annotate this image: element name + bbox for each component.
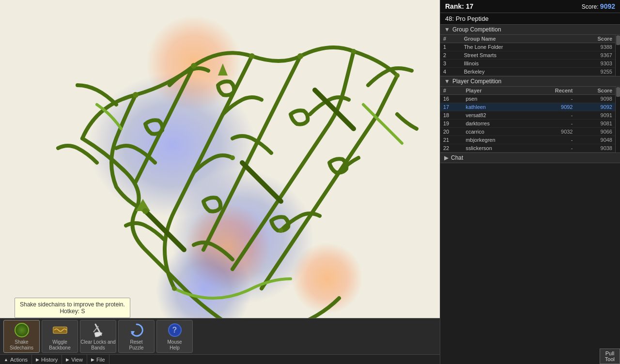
table-row: 2 Street Smarts 9367 (440, 51, 615, 60)
player-score: 9092 (576, 103, 616, 111)
puzzle-name: 48: Pro Peptide (440, 13, 620, 25)
table-row: 18 versat82 - 9091 (440, 111, 615, 120)
protein-canvas (0, 0, 440, 364)
player-rank: 19 (440, 120, 463, 128)
group-arrow: ▼ (444, 26, 450, 33)
pull-tool-button[interactable]: Pull Tool (600, 349, 620, 364)
group-rank: 1 (440, 43, 461, 51)
player-scrollbar[interactable] (615, 87, 620, 152)
mouse-help-label: MouseHelp (167, 339, 182, 351)
reset-label: ResetPuzzle (129, 339, 143, 351)
svg-point-7 (230, 155, 235, 160)
svg-rect-10 (53, 327, 67, 333)
group-score: 9367 (567, 51, 615, 60)
player-label: Player Competition (452, 78, 501, 85)
table-row: 22 sslickerson - 9038 (440, 144, 615, 152)
chat-header[interactable]: ▶ Chat (440, 153, 620, 163)
table-row: 4 Berkeley 9255 (440, 68, 615, 76)
player-name: psen (463, 95, 530, 103)
group-score: 9255 (567, 68, 615, 76)
player-competition-table-container: # Player Recent Score 16 psen - 9098 17 … (440, 87, 620, 153)
player-name: kathleen (463, 103, 530, 111)
group-col-name: Group Name (461, 35, 567, 43)
menu-file[interactable]: ▶ File (87, 355, 109, 364)
player-rank: 18 (440, 111, 463, 120)
game-area: Shake sidechains to improve the protein.… (0, 0, 440, 364)
player-name: darktorres (463, 120, 530, 128)
group-rank: 2 (440, 51, 461, 60)
menu-history[interactable]: ▶ History (32, 355, 62, 364)
group-name: Berkeley (461, 68, 567, 76)
player-score: 9098 (576, 95, 616, 103)
clear-label: Clear Locks and Bands (80, 339, 116, 351)
score-label: Score: (582, 3, 599, 10)
player-score: 9081 (576, 120, 616, 128)
player-rank: 21 (440, 136, 463, 144)
svg-point-0 (133, 92, 139, 98)
group-competition-table-container: # Group Name Score 1 The Lone Folder 938… (440, 35, 620, 76)
player-recent: 9032 (530, 128, 575, 136)
group-rank: 4 (440, 68, 461, 76)
svg-point-5 (395, 73, 400, 78)
menu-actions[interactable]: ▲ Actions (0, 355, 32, 364)
menu-view[interactable]: ▶ View (62, 355, 87, 364)
panel-header: Rank: 17 Score: 9092 (440, 0, 620, 13)
player-col-rank: # (440, 87, 463, 95)
player-name: sslickerson (463, 144, 530, 152)
table-row: 21 mbjorkegren - 9048 (440, 136, 615, 144)
group-col-rank: # (440, 35, 461, 43)
player-competition-table: # Player Recent Score 16 psen - 9098 17 … (440, 87, 615, 152)
group-scrollbar-thumb (616, 35, 620, 45)
table-row: 16 psen - 9098 (440, 95, 615, 103)
player-competition-header[interactable]: ▼ Player Competition (440, 76, 620, 87)
player-recent: 9092 (530, 103, 575, 111)
player-recent: - (530, 120, 575, 128)
table-row: 1 The Lone Folder 9388 (440, 43, 615, 51)
player-col-name: Player (463, 87, 530, 95)
wiggle-backbone-button[interactable]: WiggleBackbone (42, 320, 78, 353)
svg-point-2 (249, 53, 255, 59)
player-col-score: Score (576, 87, 616, 95)
svg-point-8 (279, 228, 283, 233)
svg-point-4 (351, 49, 356, 54)
history-arrow: ▶ (36, 357, 39, 362)
mouse-help-button[interactable]: ? MouseHelp (156, 320, 193, 353)
player-rank: 20 (440, 128, 463, 136)
group-score: 9388 (567, 43, 615, 51)
reset-puzzle-button[interactable]: ResetPuzzle (118, 320, 155, 353)
rank-display: Rank: 17 (445, 2, 473, 10)
history-label: History (41, 357, 58, 363)
group-name: Illinois (461, 60, 567, 68)
player-col-recent: Recent (530, 87, 575, 95)
mouse-help-icon: ? (167, 322, 183, 338)
svg-point-3 (297, 53, 303, 59)
clear-locks-button[interactable]: Clear Locks and Bands (80, 320, 116, 353)
file-label: File (96, 357, 105, 363)
svg-point-6 (142, 208, 148, 214)
group-score: 9303 (567, 60, 615, 68)
player-recent: - (530, 111, 575, 120)
rank-label: Rank: (445, 2, 464, 10)
group-scrollbar[interactable] (615, 35, 620, 76)
group-competition-table: # Group Name Score 1 The Lone Folder 938… (440, 35, 615, 76)
group-competition-header[interactable]: ▼ Group Competition (440, 25, 620, 35)
player-name: mbjorkegren (463, 136, 530, 144)
table-row: 19 darktorres - 9081 (440, 120, 615, 128)
player-recent: - (530, 136, 575, 144)
svg-point-9 (172, 286, 177, 291)
group-rank: 3 (440, 60, 461, 68)
right-panel: Rank: 17 Score: 9092 48: Pro Peptide ▼ G… (440, 0, 620, 364)
protein-svg (0, 0, 440, 364)
shake-sidechains-button[interactable]: Shake Sidechains (3, 320, 40, 353)
player-score: 9048 (576, 136, 616, 144)
score-value: 9092 (600, 2, 615, 10)
wiggle-label: WiggleBackbone (49, 339, 70, 351)
table-row: 3 Illinois 9303 (440, 60, 615, 68)
group-name: The Lone Folder (461, 43, 567, 51)
toolbar: Shake Sidechains WiggleBackbone Clear (0, 318, 440, 354)
player-rank: 22 (440, 144, 463, 152)
view-label: View (71, 357, 83, 363)
view-arrow: ▶ (66, 357, 69, 362)
chat-arrow: ▶ (444, 154, 449, 161)
actions-arrow: ▲ (4, 357, 8, 362)
